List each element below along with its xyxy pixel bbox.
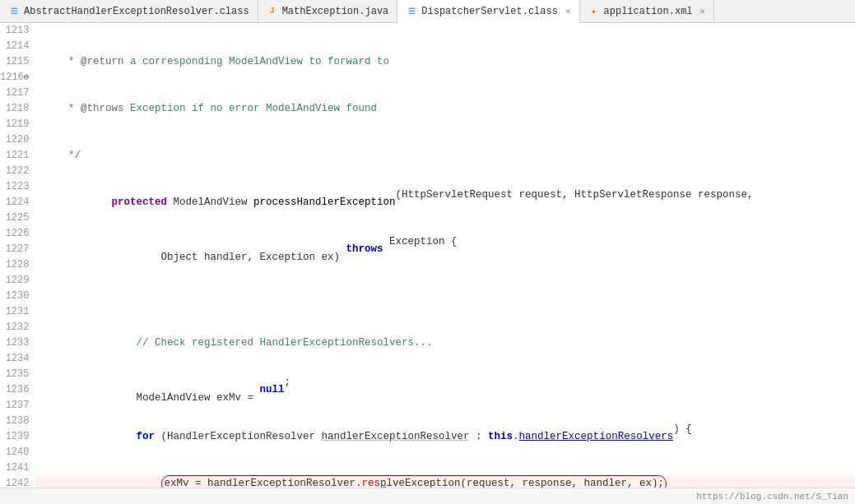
status-bar: https://blog.csdn.net/S_Tian xyxy=(0,488,855,504)
status-text: https://blog.csdn.net/S_Tian xyxy=(696,492,848,502)
line-num-1216: 1216⊖ xyxy=(0,70,29,86)
line-num-1236: 1236 xyxy=(0,382,29,398)
code-line-1218 xyxy=(35,289,855,304)
line-num-1213: 1213 xyxy=(0,23,29,39)
line-num-1223: 1223 xyxy=(0,179,29,195)
line-num-1224: 1224 xyxy=(0,195,29,210)
tab-close-icon[interactable]: ✕ xyxy=(565,6,571,16)
line-num-1241: 1241 xyxy=(0,460,29,476)
code-line-1220: ModelAndView exMv = null; xyxy=(35,382,855,398)
code-line-1216: protected ModelAndView processHandlerExc… xyxy=(35,195,855,210)
line-num-1221: 1221 xyxy=(0,148,29,164)
line-num-1238: 1238 xyxy=(0,414,29,429)
code-line-1214: * @throws Exception if no error ModelAnd… xyxy=(35,101,855,117)
line-num-1225: 1225 xyxy=(0,210,29,226)
tab-mathexception[interactable]: J MathException.java xyxy=(258,0,398,22)
line-num-1217: 1217 xyxy=(0,86,29,101)
class-icon: ☰ xyxy=(406,6,417,17)
code-line-1215: */ xyxy=(35,148,855,164)
line-num-1235: 1235 xyxy=(0,367,29,382)
tab-label: DispatcherServlet.class xyxy=(421,6,558,17)
line-num-1220: 1220 xyxy=(0,132,29,148)
line-gutter: 1213 1214 1215 1216⊖ 1217 1218 1219 1220… xyxy=(0,23,29,488)
line-num-1234: 1234 xyxy=(0,351,29,367)
tab-label: MathException.java xyxy=(282,6,389,17)
tab-label: application.xml xyxy=(604,6,693,17)
code-line-1213: * @return a corresponding ModelAndView t… xyxy=(35,54,855,70)
java-icon: J xyxy=(267,6,278,17)
line-num-1227: 1227 xyxy=(0,242,29,257)
line-num-1215: 1215 xyxy=(0,54,29,70)
line-num-1219: 1219 xyxy=(0,117,29,132)
line-num-1230: 1230 xyxy=(0,289,29,304)
tab-label: AbstractHandlerExceptionResolver.class xyxy=(24,6,249,17)
code-line-1219: // Check registered HandlerExceptionReso… xyxy=(35,335,855,351)
line-num-1232: 1232 xyxy=(0,320,29,335)
tab-applicationxml[interactable]: ✦ application.xml ✕ xyxy=(580,0,715,22)
line-num-1240: 1240 xyxy=(0,445,29,460)
code-line-1221: for (HandlerExceptionResolver handlerExc… xyxy=(35,429,855,445)
code-line-1222: exMv = handlerExceptionResolver.resplveE… xyxy=(35,476,855,488)
editor-container: ☰ AbstractHandlerExceptionResolver.class… xyxy=(0,0,855,504)
line-num-1222: 1222 xyxy=(0,164,29,179)
tab-abstracthandler[interactable]: ☰ AbstractHandlerExceptionResolver.class xyxy=(0,0,258,22)
line-num-1218: 1218 xyxy=(0,101,29,117)
tab-close-icon[interactable]: ✕ xyxy=(700,6,706,16)
class-icon: ☰ xyxy=(8,6,20,17)
line-num-1228: 1228 xyxy=(0,257,29,273)
code-line-1217: Object handler, Exception ex) throws Exc… xyxy=(35,242,855,257)
code-area: 1213 1214 1215 1216⊖ 1217 1218 1219 1220… xyxy=(0,23,855,488)
line-num-1242: 1242 xyxy=(0,476,29,488)
line-num-1229: 1229 xyxy=(0,273,29,289)
line-num-1233: 1233 xyxy=(0,335,29,351)
line-num-1231: 1231 xyxy=(0,304,29,320)
line-num-1239: 1239 xyxy=(0,429,29,445)
xml-icon: ✦ xyxy=(588,6,600,17)
tab-dispatcherservlet[interactable]: ☰ DispatcherServlet.class ✕ xyxy=(397,0,579,23)
line-num-1237: 1237 xyxy=(0,398,29,414)
line-num-1226: 1226 xyxy=(0,226,29,242)
line-num-1214: 1214 xyxy=(0,39,29,54)
code-content[interactable]: * @return a corresponding ModelAndView t… xyxy=(29,23,855,488)
tab-bar: ☰ AbstractHandlerExceptionResolver.class… xyxy=(0,0,855,23)
